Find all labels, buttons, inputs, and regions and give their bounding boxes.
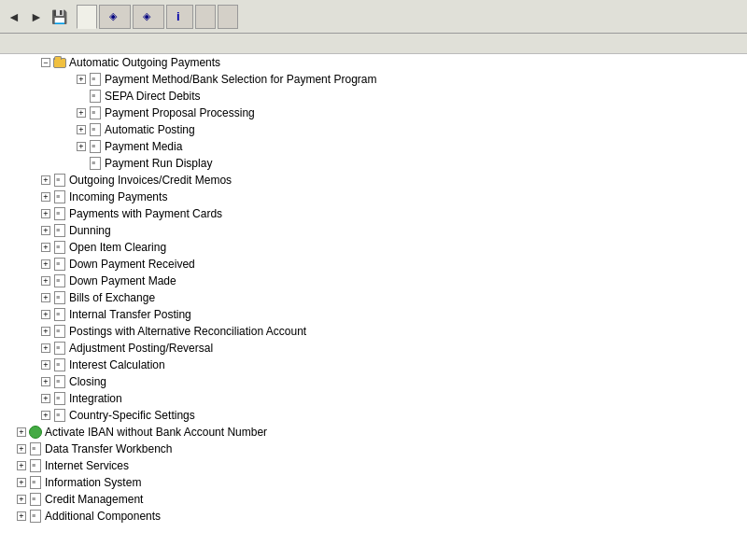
node-label: Country-Specific Settings: [69, 409, 195, 422]
doc-icon: [54, 392, 65, 405]
save-icon[interactable]: 💾: [49, 7, 69, 27]
tree-node[interactable]: +Down Payment Made: [0, 273, 747, 289]
expand-btn[interactable]: +: [77, 108, 86, 118]
tab-bc-sets-activity[interactable]: ◈: [99, 5, 131, 29]
expand-btn[interactable]: +: [41, 243, 50, 252]
doc-icon: [54, 224, 65, 237]
expand-btn[interactable]: +: [41, 276, 50, 286]
expand-btn[interactable]: +: [41, 175, 50, 185]
expand-btn[interactable]: +: [41, 310, 50, 319]
expand-btn[interactable]: +: [41, 327, 50, 336]
expand-btn[interactable]: +: [17, 461, 26, 470]
node-label: Payment Media: [105, 140, 182, 153]
expand-btn[interactable]: +: [41, 360, 50, 370]
node-label: Postings with Alternative Reconciliation…: [69, 325, 306, 338]
toolbar-icons: ◄ ► 💾: [4, 7, 69, 27]
doc-icon: [90, 106, 101, 119]
tree-node[interactable]: −Automatic Outgoing Payments: [0, 54, 747, 71]
tree-node[interactable]: +Activate IBAN without Bank Account Numb…: [0, 424, 747, 441]
tree-node[interactable]: +Automatic Posting: [0, 121, 747, 138]
node-label: Dunning: [69, 224, 111, 237]
node-label: Incoming Payments: [69, 190, 167, 203]
expand-btn[interactable]: +: [77, 125, 86, 134]
node-label: Information System: [45, 476, 141, 489]
doc-icon: [30, 493, 41, 506]
tree-node[interactable]: SEPA Direct Debits: [0, 88, 747, 105]
node-label: Payment Run Display: [105, 157, 212, 170]
tab-activated-bc-sets[interactable]: ◈: [133, 5, 164, 29]
expand-btn[interactable]: −: [41, 58, 50, 67]
tree-node[interactable]: +Incoming Payments: [0, 189, 747, 205]
tree-node[interactable]: +Credit Management: [0, 491, 747, 508]
expand-btn[interactable]: +: [17, 444, 26, 454]
doc-icon: [54, 358, 65, 371]
expand-btn[interactable]: +: [41, 293, 50, 302]
tree-node[interactable]: +Internal Transfer Posting: [0, 306, 747, 323]
node-label: Credit Management: [45, 493, 143, 506]
expand-btn[interactable]: +: [17, 478, 26, 487]
tab-existing-bc-sets[interactable]: [77, 5, 97, 29]
tree-node[interactable]: Payment Run Display: [0, 155, 747, 172]
tab-wher[interactable]: [218, 5, 238, 29]
tree-node[interactable]: +Data Transfer Workbench: [0, 441, 747, 457]
expand-btn[interactable]: +: [17, 495, 26, 504]
expand-btn[interactable]: +: [41, 209, 50, 218]
doc-icon: [54, 342, 65, 355]
node-label: Internet Services: [45, 459, 129, 472]
release-notes-icon: i: [176, 9, 180, 23]
node-label: Payment Proposal Processing: [105, 106, 255, 119]
tree-node[interactable]: +Interest Calculation: [0, 357, 747, 373]
node-label: Open Item Clearing: [69, 241, 166, 254]
tree-node[interactable]: +Bills of Exchange: [0, 289, 747, 306]
node-label: Outgoing Invoices/Credit Memos: [69, 174, 232, 187]
tree-node[interactable]: +Closing: [0, 373, 747, 390]
expand-btn[interactable]: +: [77, 142, 86, 151]
tree-node[interactable]: +Postings with Alternative Reconciliatio…: [0, 323, 747, 340]
expand-btn[interactable]: +: [41, 192, 50, 202]
tree-node[interactable]: +Open Item Clearing: [0, 239, 747, 256]
expand-btn[interactable]: +: [41, 377, 50, 386]
tree-node[interactable]: +Country-Specific Settings: [0, 407, 747, 424]
tree-node[interactable]: +Internet Services: [0, 457, 747, 474]
folder-icon: [53, 58, 66, 68]
tree-node[interactable]: +Payment Media: [0, 138, 747, 155]
node-label: Down Payment Made: [69, 274, 176, 287]
node-label: Integration: [69, 392, 122, 405]
tab-change-log[interactable]: [195, 5, 216, 29]
tree-node[interactable]: +Information System: [0, 474, 747, 491]
tree-node[interactable]: +Outgoing Invoices/Credit Memos: [0, 172, 747, 189]
expand-btn[interactable]: +: [41, 343, 50, 353]
tree-node[interactable]: +Adjustment Posting/Reversal: [0, 340, 747, 357]
node-label: Payment Method/Bank Selection for Paymen…: [105, 73, 376, 86]
doc-icon: [30, 459, 41, 472]
tree-node[interactable]: +Payments with Payment Cards: [0, 205, 747, 222]
doc-icon: [54, 291, 65, 304]
node-label: Adjustment Posting/Reversal: [69, 342, 213, 355]
expand-btn[interactable]: +: [41, 226, 50, 235]
tree-node[interactable]: +Additional Components: [0, 508, 747, 525]
expand-btn[interactable]: +: [77, 75, 86, 84]
tree-area[interactable]: −Automatic Outgoing Payments+Payment Met…: [0, 54, 747, 560]
doc-icon: [54, 174, 65, 187]
structure-header: [0, 34, 747, 54]
bc-sets-activity-icon: ◈: [109, 10, 117, 22]
tree-node[interactable]: +Dunning: [0, 222, 747, 239]
expand-btn[interactable]: +: [17, 427, 26, 437]
tree-node[interactable]: +Payment Proposal Processing: [0, 105, 747, 121]
tree-node[interactable]: +Payment Method/Bank Selection for Payme…: [0, 71, 747, 88]
doc-icon: [90, 140, 101, 153]
nav-back-icon[interactable]: ◄: [4, 7, 24, 27]
expand-btn[interactable]: +: [41, 394, 50, 403]
nav-forward-icon[interactable]: ►: [26, 7, 47, 27]
tree-node[interactable]: +Integration: [0, 390, 747, 407]
expand-btn[interactable]: +: [41, 411, 50, 420]
node-label: Additional Components: [45, 510, 161, 523]
tree-node[interactable]: +Down Payment Received: [0, 256, 747, 273]
node-label: Automatic Posting: [105, 123, 195, 136]
tab-release-notes[interactable]: i: [166, 5, 193, 29]
expand-btn[interactable]: +: [17, 511, 26, 521]
doc-icon: [54, 409, 65, 422]
doc-icon: [90, 90, 101, 103]
toolbar: ◄ ► 💾 ◈ ◈ i: [0, 0, 747, 34]
expand-btn[interactable]: +: [41, 259, 50, 269]
